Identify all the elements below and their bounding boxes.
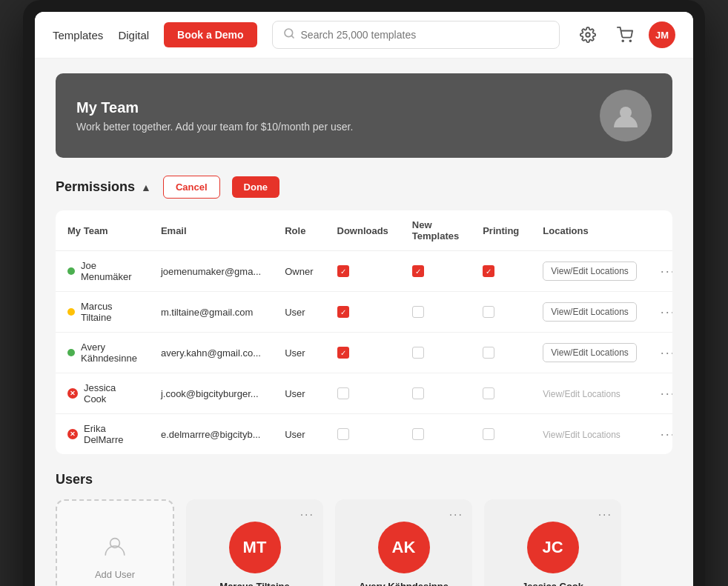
- checkbox-checked[interactable]: ✓: [483, 265, 494, 277]
- permissions-table-container: My Team Email Role Downloads New Templat…: [56, 210, 672, 454]
- status-dot-green: [67, 349, 75, 356]
- add-user-label: Add User: [95, 569, 135, 580]
- nav-templates[interactable]: Templates: [53, 29, 103, 41]
- cell-downloads[interactable]: ✓: [325, 251, 400, 292]
- cell-downloads[interactable]: [325, 373, 400, 414]
- table-row: Marcus Tiltaine m.tiltaine@gmail.com Use…: [56, 292, 672, 333]
- status-dot-green: [67, 267, 75, 275]
- cell-role: User: [273, 373, 325, 414]
- cell-new-templates[interactable]: [400, 292, 471, 333]
- view-edit-locations-ghost: View/Edit Locations: [543, 389, 621, 399]
- table-row: Joe Menumäker joemenumaker@gma... Owner …: [56, 251, 672, 292]
- cell-actions[interactable]: ···: [649, 292, 672, 333]
- user-card-name: Marcus Tiltaine: [219, 581, 289, 586]
- cell-actions[interactable]: ···: [649, 373, 672, 414]
- cell-locations[interactable]: View/Edit Locations: [531, 333, 649, 373]
- search-bar[interactable]: [272, 21, 560, 49]
- book-demo-button[interactable]: Book a Demo: [164, 22, 257, 47]
- cell-role: User: [273, 333, 325, 373]
- row-menu-icon[interactable]: ···: [661, 264, 672, 279]
- user-card-menu-icon[interactable]: ···: [300, 508, 314, 522]
- svg-point-2: [586, 33, 590, 37]
- cell-email: joemenumaker@gma...: [149, 251, 273, 292]
- cell-new-templates[interactable]: [400, 373, 471, 414]
- cell-downloads[interactable]: ✓: [325, 292, 400, 333]
- cell-printing[interactable]: ✓: [471, 251, 531, 292]
- cancel-button[interactable]: Cancel: [163, 176, 220, 199]
- cell-locations[interactable]: View/Edit Locations: [531, 414, 649, 455]
- checkbox-empty[interactable]: [483, 428, 494, 440]
- user-card-menu-icon[interactable]: ···: [598, 508, 612, 522]
- nav-digital[interactable]: Digital: [118, 29, 149, 41]
- checkbox-empty[interactable]: [483, 347, 494, 359]
- header-icons: JM: [575, 21, 675, 48]
- add-user-icon: [103, 534, 127, 563]
- svg-line-1: [291, 36, 294, 38]
- cart-icon[interactable]: [612, 21, 638, 48]
- users-grid: Add User ··· MT Marcus Tiltaine m.tiltai…: [56, 499, 672, 586]
- cell-name: Avery Kähndesinne: [56, 333, 149, 373]
- team-banner-text: My Team Work better together. Add your t…: [76, 99, 353, 133]
- cell-locations[interactable]: View/Edit Locations: [531, 373, 649, 414]
- cell-locations[interactable]: View/Edit Locations: [531, 251, 649, 292]
- checkbox-checked[interactable]: ✓: [412, 265, 424, 277]
- checkbox-empty[interactable]: [412, 347, 424, 359]
- col-printing: Printing: [471, 210, 531, 251]
- checkbox-empty[interactable]: [337, 387, 349, 399]
- team-avatar-circle: [600, 90, 652, 141]
- device-frame: Templates Digital Book a Demo: [23, 0, 705, 586]
- checkbox-empty[interactable]: [483, 387, 494, 399]
- cell-locations[interactable]: View/Edit Locations: [531, 292, 649, 333]
- checkbox-empty[interactable]: [412, 387, 424, 399]
- view-edit-locations-button[interactable]: View/Edit Locations: [543, 262, 637, 281]
- user-name: Jessica Cook: [84, 382, 137, 404]
- checkbox-checked[interactable]: ✓: [337, 265, 349, 277]
- user-card-menu-icon[interactable]: ···: [449, 508, 463, 522]
- table-row: ✕ Erika DelMarre e.delmarrre@bigcityb...…: [56, 414, 672, 455]
- team-title: My Team: [76, 99, 353, 116]
- cell-email: avery.kahn@gmail.co...: [149, 333, 273, 373]
- user-cards: ··· MT Marcus Tiltaine m.tiltaine@gmail.…: [186, 499, 621, 586]
- cell-new-templates[interactable]: [400, 333, 471, 373]
- cell-printing[interactable]: [471, 414, 531, 455]
- row-menu-icon[interactable]: ···: [661, 345, 672, 360]
- users-title: Users: [56, 472, 672, 487]
- user-name: Joe Menumäker: [81, 260, 137, 282]
- checkbox-checked[interactable]: ✓: [337, 306, 349, 318]
- cell-actions[interactable]: ···: [649, 251, 672, 292]
- user-card: ··· JC Jessica Cook j.cook@bigcityburger…: [484, 499, 621, 586]
- cell-actions[interactable]: ···: [649, 414, 672, 455]
- cell-downloads[interactable]: [325, 414, 400, 455]
- cell-printing[interactable]: [471, 333, 531, 373]
- user-avatar[interactable]: JM: [649, 21, 675, 48]
- checkbox-empty[interactable]: [412, 306, 424, 318]
- row-menu-icon[interactable]: ···: [661, 304, 672, 319]
- col-downloads: Downloads: [325, 210, 400, 251]
- view-edit-locations-button[interactable]: View/Edit Locations: [543, 302, 637, 322]
- checkbox-empty[interactable]: [337, 428, 349, 440]
- checkbox-empty[interactable]: [412, 428, 424, 440]
- search-input[interactable]: [301, 29, 549, 41]
- cell-new-templates[interactable]: [400, 414, 471, 455]
- row-menu-icon[interactable]: ···: [661, 386, 672, 401]
- user-card: ··· MT Marcus Tiltaine m.tiltaine@gmail.…: [186, 499, 323, 586]
- cell-printing[interactable]: [471, 292, 531, 333]
- status-dot-red-x: ✕: [67, 388, 78, 399]
- svg-point-3: [622, 40, 623, 41]
- table-row: Avery Kähndesinne avery.kahn@gmail.co...…: [56, 333, 672, 373]
- cell-actions[interactable]: ···: [649, 333, 672, 373]
- table-header-row: My Team Email Role Downloads New Templat…: [56, 210, 672, 251]
- done-button[interactable]: Done: [232, 176, 280, 198]
- checkbox-checked[interactable]: ✓: [337, 347, 349, 359]
- row-menu-icon[interactable]: ···: [661, 427, 672, 442]
- cell-email: m.tiltaine@gmail.com: [149, 292, 273, 333]
- cell-email: j.cook@bigcityburger...: [149, 373, 273, 414]
- cell-downloads[interactable]: ✓: [325, 333, 400, 373]
- cell-printing[interactable]: [471, 373, 531, 414]
- cell-new-templates[interactable]: ✓: [400, 251, 471, 292]
- view-edit-locations-button[interactable]: View/Edit Locations: [543, 343, 637, 362]
- add-user-card[interactable]: Add User: [56, 499, 174, 586]
- checkbox-empty[interactable]: [483, 306, 494, 318]
- permissions-table: My Team Email Role Downloads New Templat…: [56, 210, 672, 454]
- settings-icon[interactable]: [575, 21, 601, 48]
